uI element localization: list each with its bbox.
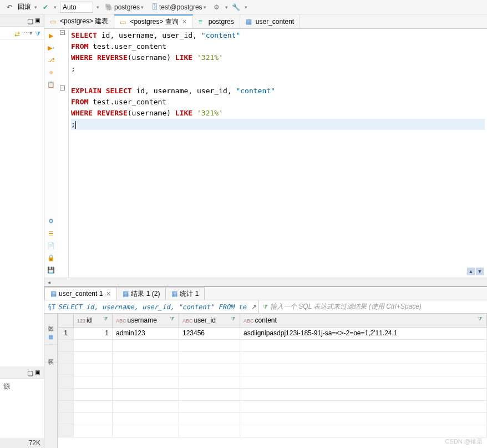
col-header-content[interactable]: ABCcontent⧩: [240, 314, 487, 327]
editor-gutter: ▶ ▶+ ⎇ ⎆ 📋 ⚙ ☰ 📄 🔒 💾: [44, 29, 58, 278]
tab-user-content-table[interactable]: ▦ user_content: [240, 14, 300, 28]
tab-postgres-db[interactable]: ≡ postgres: [193, 14, 240, 28]
table-row[interactable]: 1 1 admin123 123456 asdiignipasdpj123i-1…: [58, 327, 487, 339]
settings-icon[interactable]: ⚙: [212, 2, 222, 12]
grid-mode-btn[interactable]: 知区: [45, 314, 57, 329]
scroll-left-icon[interactable]: ◂: [44, 278, 53, 287]
filter-icon: ⧩: [262, 303, 268, 311]
clipboard-icon[interactable]: 📋: [47, 80, 55, 89]
col-header-id[interactable]: 123id⧩: [74, 314, 113, 327]
minimize-icon[interactable]: ▢: [27, 17, 34, 24]
close-icon[interactable]: ✕: [106, 290, 111, 298]
horizontal-scrollbar[interactable]: ◂: [44, 278, 487, 286]
gear-icon[interactable]: ⚙: [47, 217, 55, 225]
table-row: [58, 388, 487, 400]
lock-icon[interactable]: 🔒: [47, 253, 55, 262]
dropdown-arrow-icon: ▾: [204, 4, 206, 10]
result-tab-stats[interactable]: ▦ 统计 1: [165, 287, 205, 300]
table-row: [58, 376, 487, 388]
tx-mode-combo[interactable]: Auto: [60, 2, 93, 13]
dropdown-arrow-icon: ▾: [141, 4, 144, 10]
fold-toggle-icon[interactable]: −: [60, 30, 65, 35]
filter-icon[interactable]: ⧩: [103, 316, 111, 324]
col-header-username[interactable]: ABCusername⧩: [113, 314, 179, 327]
bottom-left-panel: ▢ ▣ 源: [0, 366, 44, 395]
collapse-down-icon[interactable]: ▼: [476, 268, 484, 275]
explain-analyze-icon[interactable]: ⎆: [47, 68, 55, 77]
dropdown-arrow-icon[interactable]: ▾: [34, 4, 37, 10]
database-icon: ≡: [199, 18, 206, 26]
result-tab-user-content[interactable]: ▦ user_content 1 ✕: [44, 287, 117, 300]
cell-content[interactable]: asdiignipasdpj123i-185-91j-sa=<>-2=oe=1,…: [240, 327, 487, 339]
table-row: [58, 425, 487, 437]
type-icon: ABC: [116, 318, 126, 324]
dropdown-arrow-icon[interactable]: ▾: [97, 4, 99, 10]
editor-tabs: ▭ <postgres> 建表 ▭ <postgres> 查询 ✕ ≡ post…: [44, 14, 487, 29]
cell-user-id[interactable]: 123456: [179, 327, 240, 339]
cell-id[interactable]: 1: [74, 327, 113, 339]
results-filter-bar: §T SELECT id, username, user_id, "conten…: [44, 300, 487, 314]
filter-icon[interactable]: ⧩: [170, 316, 177, 324]
type-icon: 123: [77, 318, 85, 324]
restore-icon[interactable]: ▣: [35, 369, 42, 376]
table-row: [58, 364, 487, 376]
cell-username[interactable]: admin123: [113, 327, 179, 339]
database-icon: 🐘: [105, 3, 113, 11]
close-icon[interactable]: ✕: [182, 18, 187, 26]
grid-icon: ▦: [171, 290, 177, 298]
grid-mode-btn2[interactable]: 长区: [45, 347, 57, 363]
restore-icon[interactable]: ▣: [35, 17, 42, 24]
sql-icon: §T: [48, 303, 55, 311]
filter-icon[interactable]: ⧩: [35, 30, 42, 37]
table-row: [58, 339, 487, 351]
top-toolbar: ↶ 回滚 ▾ ✔ ▾ Auto ▾ 🐘 postgres ▾ 🗄 test@po…: [0, 0, 487, 14]
watermark: CSDN @锥栗: [445, 437, 483, 446]
sql-file-icon: ▭: [120, 18, 128, 26]
sql-file-icon: ▭: [50, 18, 58, 26]
filter-input[interactable]: ⧩ 输入一个 SQL 表达式来过滤结果 (使用 Ctrl+Space): [258, 300, 487, 313]
dropdown-arrow-icon[interactable]: ▾: [245, 4, 247, 10]
table-icon: ▦: [246, 18, 253, 26]
left-panel-header: ▢ ▣: [0, 14, 44, 27]
table-row: [58, 400, 487, 412]
run-add-icon[interactable]: ▶+: [47, 43, 55, 52]
dropdown-arrow-icon[interactable]: ▾: [54, 4, 57, 10]
bookmark-icon[interactable]: ☰: [47, 229, 55, 238]
fold-toggle-icon[interactable]: −: [60, 85, 65, 90]
code-area[interactable]: SELECT id, username, user_id, "content" …: [69, 29, 487, 278]
tool-icon[interactable]: 🔧: [231, 2, 241, 12]
minimize-icon[interactable]: ▢: [27, 369, 34, 376]
left-panel-toolbar: ⇄ ⋯▾ ⧩: [0, 27, 44, 40]
save-icon[interactable]: 💾: [47, 265, 55, 274]
explain-icon[interactable]: ⎇: [47, 56, 55, 64]
data-table: 123id⧩ ABCusername⧩ ABCuser_id⧩ ABCconte…: [58, 314, 487, 437]
link-icon[interactable]: ⇄: [14, 30, 21, 37]
db-selector[interactable]: 🐘 postgres ▾: [103, 3, 146, 11]
ellipsis-icon[interactable]: ⋯▾: [23, 29, 33, 37]
tab-query[interactable]: ▭ <postgres> 查询 ✕: [114, 14, 192, 28]
editor: ▶ ▶+ ⎇ ⎆ 📋 ⚙ ☰ 📄 🔒 💾 − − SELECT id, user…: [44, 29, 487, 278]
result-tab-result1[interactable]: ▦ 结果 1 (2): [116, 287, 166, 300]
col-header-user-id[interactable]: ABCuser_id⧩: [179, 314, 240, 327]
grid-view-icon[interactable]: ▦: [45, 329, 57, 345]
rollback-label: 回滚: [18, 2, 31, 12]
type-icon: ABC: [182, 318, 193, 324]
run-icon[interactable]: ▶: [47, 31, 55, 40]
conn-selector[interactable]: 🗄 test@postgres ▾: [149, 3, 209, 11]
results-grid: 知区 ▦ 长区 123id⧩ ABCusername⧩ ABCuser_id⧩ …: [44, 314, 487, 448]
doc-icon[interactable]: 📄: [47, 241, 55, 250]
grid-sidebar: 知区 ▦ 长区: [44, 314, 58, 448]
database-icon: 🗄: [151, 3, 158, 11]
commit-icon[interactable]: ✔: [40, 2, 50, 12]
rollback-icon[interactable]: ↶: [4, 2, 14, 12]
sql-preview[interactable]: §T SELECT id, username, user_id, "conten…: [44, 303, 250, 311]
rownum-cell: 1: [58, 327, 74, 339]
collapse-up-icon[interactable]: ▲: [467, 268, 475, 275]
filter-icon[interactable]: ⧩: [231, 316, 239, 324]
tab-create-table[interactable]: ▭ <postgres> 建表: [44, 14, 114, 28]
dropdown-arrow-icon[interactable]: ▾: [225, 4, 228, 10]
filter-icon[interactable]: ⧩: [478, 316, 485, 324]
open-sql-icon[interactable]: ↗: [250, 303, 258, 311]
grid-icon: ▦: [50, 290, 57, 298]
table-row: [58, 351, 487, 364]
